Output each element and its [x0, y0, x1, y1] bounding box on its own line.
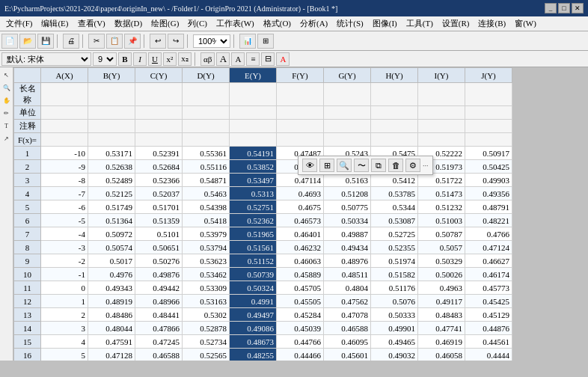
cell[interactable]: 0.46401	[277, 227, 324, 241]
cell[interactable]: 0.44561	[465, 335, 512, 349]
cell[interactable]: 0.52037	[135, 187, 183, 200]
cell[interactable]: 0.51003	[418, 214, 465, 227]
col-header-J[interactable]: J(Y)	[465, 68, 512, 83]
cell[interactable]: 0.52725	[371, 227, 418, 241]
cell[interactable]: 0.53163	[183, 295, 230, 308]
cell[interactable]: 0.45425	[465, 295, 512, 308]
cell[interactable]: 0.51974	[371, 254, 418, 268]
cell[interactable]: 0.49876	[135, 268, 183, 281]
cell[interactable]: 0.45889	[277, 268, 324, 281]
cell[interactable]: 5	[41, 349, 88, 361]
cell[interactable]: 0.50972	[88, 227, 135, 241]
cell[interactable]: 0.49887	[324, 227, 371, 241]
col-header-A[interactable]: A(X)	[41, 68, 88, 83]
cell[interactable]: 0.47114	[277, 174, 324, 187]
cell[interactable]: 0.54398	[183, 200, 230, 214]
menu-item[interactable]: 图像(I)	[368, 17, 402, 30]
col-header-B[interactable]: B(Y)	[88, 68, 135, 83]
cell[interactable]: 0.46588	[135, 349, 183, 361]
menu-item[interactable]: 绘图(G)	[147, 17, 183, 30]
paste-btn[interactable]: 📌	[124, 34, 141, 49]
cell[interactable]: 0.5076	[371, 295, 418, 308]
cell[interactable]: 0.48966	[135, 295, 183, 308]
cell[interactable]: 0.52391	[135, 147, 183, 160]
cell[interactable]: 2	[41, 308, 88, 322]
cell[interactable]: 0.53979	[183, 227, 230, 241]
print-btn[interactable]: 🖨	[63, 34, 79, 49]
cell[interactable]: 0.48483	[418, 308, 465, 322]
cell[interactable]: 0.50425	[465, 160, 512, 174]
cell[interactable]: 0.44766	[277, 335, 324, 349]
cell[interactable]: 0.46058	[418, 349, 465, 361]
cut-btn[interactable]: ✂	[88, 34, 105, 49]
cell[interactable]: 0.47245	[135, 335, 183, 349]
cell[interactable]: 0.49356	[465, 187, 512, 200]
cell[interactable]: 0.48673	[230, 335, 277, 349]
cell[interactable]: 0.49032	[371, 349, 418, 361]
col-header-E[interactable]: E(Y)	[230, 68, 277, 83]
cell[interactable]: 0.53462	[183, 268, 230, 281]
cell[interactable]: 0.5101	[135, 227, 183, 241]
cell[interactable]: 0.4766	[465, 227, 512, 241]
cell[interactable]: 0.5412	[371, 174, 418, 187]
menu-item[interactable]: 工作表(W)	[212, 17, 259, 30]
col-header-F[interactable]: F(Y)	[277, 68, 324, 83]
cell[interactable]: 0.53794	[183, 241, 230, 254]
cell[interactable]: 0.53623	[183, 254, 230, 268]
col-header-I[interactable]: I(Y)	[418, 68, 465, 83]
cell[interactable]: 0.5463	[183, 187, 230, 200]
cell[interactable]: 0	[41, 281, 88, 295]
cell[interactable]: 0.48511	[324, 268, 371, 281]
menu-item[interactable]: 编辑(E)	[37, 17, 73, 30]
zoom-combo[interactable]: 100%	[193, 34, 230, 48]
menu-item[interactable]: 文件(F)	[1, 17, 37, 30]
menu-item[interactable]: 查看(V)	[73, 17, 110, 30]
cell[interactable]: -10	[41, 147, 88, 160]
cell[interactable]: 0.52355	[371, 241, 418, 254]
cell[interactable]: 0.53497	[230, 174, 277, 187]
cell[interactable]: 0.50739	[230, 268, 277, 281]
cell[interactable]: 0.46063	[277, 254, 324, 268]
cell[interactable]: 0.53852	[230, 160, 277, 174]
copy-icon[interactable]: ⧉	[371, 159, 386, 172]
menu-item[interactable]: 连接(B)	[474, 17, 510, 30]
text-tool[interactable]: T	[1, 120, 13, 132]
cell[interactable]: 0.45284	[277, 308, 324, 322]
cell[interactable]: 0.51749	[88, 200, 135, 214]
cell[interactable]: 0.52734	[183, 335, 230, 349]
undo-btn[interactable]: ↩	[150, 34, 166, 49]
cell[interactable]: 0.48044	[88, 322, 135, 335]
cell[interactable]: 0.49343	[88, 281, 135, 295]
subscript-btn[interactable]: x₂	[178, 52, 192, 66]
align-right-btn[interactable]: ⊟	[261, 52, 275, 66]
menu-item[interactable]: 设置(R)	[438, 17, 474, 30]
cell[interactable]: 0.5057	[418, 241, 465, 254]
grid-icon[interactable]: ⊞	[319, 159, 334, 172]
delete-icon[interactable]: 🗑	[388, 159, 403, 172]
cell[interactable]: 0.46573	[277, 214, 324, 227]
cell[interactable]: -1	[41, 268, 88, 281]
menu-item[interactable]: 工具(T)	[402, 17, 438, 30]
cell[interactable]: -9	[41, 160, 88, 174]
col-header-C[interactable]: C(Y)	[135, 68, 183, 83]
cell[interactable]: 0.50917	[465, 147, 512, 160]
cell[interactable]: 0.51701	[135, 200, 183, 214]
cell[interactable]: 0.46919	[418, 335, 465, 349]
italic-btn[interactable]: I	[133, 52, 147, 66]
settings-icon[interactable]: ⚙	[405, 159, 420, 172]
cell[interactable]: 0.51561	[230, 241, 277, 254]
cell[interactable]: 0.47562	[324, 295, 371, 308]
fontA2-btn[interactable]: A	[231, 52, 245, 66]
pan-tool[interactable]: ✋	[1, 94, 13, 106]
cell[interactable]: 0.44466	[277, 349, 324, 361]
cell[interactable]: 0.52362	[230, 214, 277, 227]
cell[interactable]: -4	[41, 227, 88, 241]
col-header-G[interactable]: G(Y)	[324, 68, 371, 83]
cell[interactable]: 0.50574	[88, 241, 135, 254]
superscript-btn[interactable]: x²	[163, 52, 177, 66]
cell[interactable]: 0.5163	[324, 174, 371, 187]
cell[interactable]: 0.53087	[371, 214, 418, 227]
cell[interactable]: 0.54871	[183, 174, 230, 187]
cell[interactable]: -8	[41, 174, 88, 187]
cell[interactable]: 0.47078	[324, 308, 371, 322]
